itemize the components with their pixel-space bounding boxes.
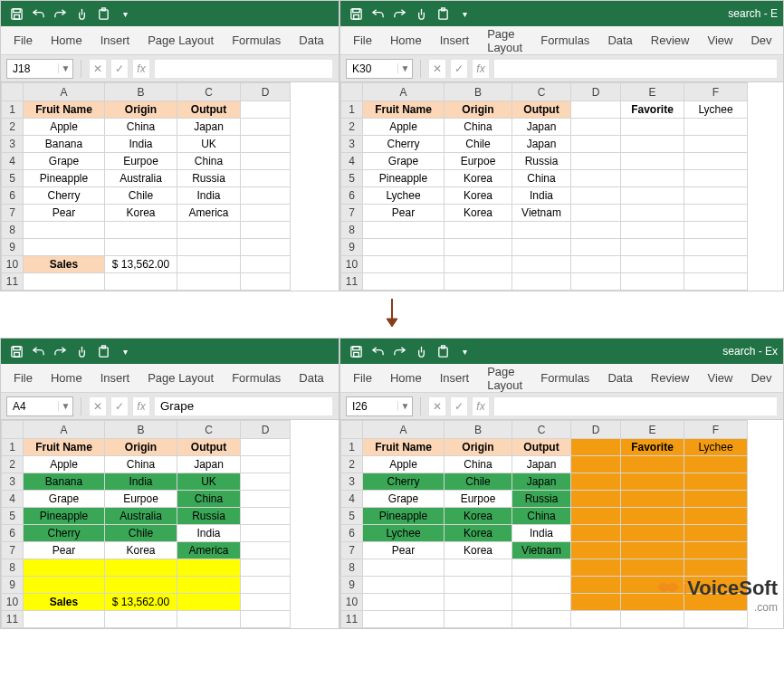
cell-B11[interactable] — [445, 611, 512, 628]
col-header-A[interactable]: A — [363, 421, 445, 439]
ribbon-tab-data[interactable]: Data — [598, 365, 641, 391]
cell-C10[interactable] — [512, 256, 571, 273]
ribbon-tab-insert[interactable]: Insert — [91, 365, 139, 391]
cell-B8[interactable] — [105, 559, 177, 577]
cell-B6[interactable]: Chile — [105, 525, 177, 542]
cell-B11[interactable] — [105, 611, 177, 628]
cell-C11[interactable] — [512, 273, 571, 291]
cell-C4[interactable]: Russia — [512, 491, 571, 508]
undo-icon[interactable] — [28, 4, 48, 24]
cell-B11[interactable] — [105, 273, 177, 291]
row-header-1[interactable]: 1 — [2, 101, 24, 119]
ribbon-tab-page-layout[interactable]: Page Layout — [478, 358, 531, 398]
cell-A6[interactable]: Cherry — [24, 187, 105, 205]
cell-A8[interactable] — [24, 222, 105, 239]
cell-C3[interactable]: Japan — [512, 473, 571, 491]
ribbon-tab-insert[interactable]: Insert — [431, 365, 479, 391]
paste-icon[interactable] — [93, 4, 113, 24]
qat-more-icon[interactable]: ▾ — [454, 4, 474, 24]
col-header-B[interactable]: B — [105, 83, 177, 101]
ribbon-tab-page-layout[interactable]: Page Layout — [139, 365, 223, 391]
cell-C10[interactable] — [177, 594, 241, 611]
cell-E8[interactable] — [621, 222, 684, 239]
cell-C8[interactable] — [177, 222, 241, 239]
cell-D6[interactable] — [571, 187, 621, 205]
col-header-C[interactable]: C — [512, 83, 571, 101]
row-header-11[interactable]: 11 — [341, 611, 363, 628]
cell-D3[interactable] — [571, 136, 621, 153]
row-header-1[interactable]: 1 — [341, 439, 363, 456]
cell-B4[interactable]: Eurpoe — [445, 153, 512, 170]
cell-A4[interactable]: Grape — [24, 491, 105, 508]
cell-D9[interactable] — [241, 577, 291, 594]
cell-A2[interactable]: Apple — [24, 119, 105, 136]
cell-D10[interactable] — [241, 256, 291, 273]
formula-input[interactable] — [493, 59, 778, 79]
select-all-corner[interactable] — [341, 421, 363, 439]
cell-D5[interactable] — [241, 508, 291, 525]
ribbon-tab-formulas[interactable]: Formulas — [531, 27, 598, 53]
cell-F1[interactable]: Lychee — [684, 101, 748, 119]
cell-B9[interactable] — [445, 239, 512, 256]
cell-A7[interactable]: Pear — [363, 205, 445, 222]
ribbon-tab-review[interactable]: Review — [642, 27, 699, 53]
touch-icon[interactable] — [411, 341, 431, 361]
name-box[interactable]: ▼ — [6, 396, 73, 416]
row-header-11[interactable]: 11 — [2, 273, 24, 291]
touch-icon[interactable] — [72, 4, 91, 24]
cell-E2[interactable] — [621, 119, 684, 136]
cell-A6[interactable]: Lychee — [363, 187, 445, 205]
cancel-icon[interactable]: ✕ — [428, 396, 446, 416]
cell-C11[interactable] — [177, 611, 241, 628]
ribbon-tab-view[interactable]: View — [698, 365, 741, 391]
ribbon-tab-insert[interactable]: Insert — [431, 27, 479, 53]
row-header-7[interactable]: 7 — [341, 205, 363, 222]
ribbon-tab-review[interactable]: Review — [642, 365, 699, 391]
name-box-input[interactable] — [347, 400, 397, 413]
cell-D2[interactable] — [241, 119, 291, 136]
row-header-7[interactable]: 7 — [2, 205, 24, 222]
cell-A5[interactable]: Pineapple — [363, 170, 445, 187]
cell-D11[interactable] — [571, 273, 621, 291]
cell-C6[interactable]: India — [177, 187, 241, 205]
cell-D3[interactable] — [241, 136, 291, 153]
col-header-E[interactable]: E — [621, 421, 684, 439]
cell-B8[interactable] — [445, 222, 512, 239]
row-header-8[interactable]: 8 — [2, 559, 24, 577]
undo-icon[interactable] — [368, 341, 387, 361]
col-header-E[interactable]: E — [621, 83, 684, 101]
cell-B2[interactable]: China — [105, 456, 177, 473]
col-header-A[interactable]: A — [24, 421, 105, 439]
cell-A9[interactable] — [363, 577, 445, 594]
cell-D1[interactable] — [241, 439, 291, 456]
cell-D8[interactable] — [241, 559, 291, 577]
ribbon-tab-data[interactable]: Data — [290, 27, 332, 53]
cell-D2[interactable] — [571, 456, 621, 473]
cell-F9[interactable] — [684, 239, 748, 256]
cell-B6[interactable]: Korea — [445, 187, 512, 205]
col-header-D[interactable]: D — [571, 421, 621, 439]
ribbon-tab-dev[interactable]: Dev — [741, 27, 780, 53]
cell-B1[interactable]: Origin — [445, 101, 512, 119]
cell-A10[interactable] — [363, 256, 445, 273]
cell-C2[interactable]: Japan — [512, 119, 571, 136]
cell-A10[interactable]: Sales — [24, 594, 105, 611]
col-header-C[interactable]: C — [512, 421, 571, 439]
row-header-6[interactable]: 6 — [2, 187, 24, 205]
cell-B1[interactable]: Origin — [105, 101, 177, 119]
cell-A8[interactable] — [363, 559, 445, 577]
name-box-dropdown-icon[interactable]: ▼ — [58, 63, 72, 73]
cell-A6[interactable]: Cherry — [24, 525, 105, 542]
cell-F4[interactable] — [684, 491, 748, 508]
name-box-dropdown-icon[interactable]: ▼ — [397, 401, 412, 411]
cell-D4[interactable] — [571, 491, 621, 508]
undo-icon[interactable] — [28, 341, 48, 361]
name-box[interactable]: ▼ — [346, 396, 413, 416]
row-header-8[interactable]: 8 — [341, 559, 363, 577]
cell-E1[interactable]: Favorite — [621, 439, 684, 456]
cancel-icon[interactable]: ✕ — [428, 59, 446, 79]
row-header-2[interactable]: 2 — [341, 456, 363, 473]
formula-input[interactable] — [154, 396, 333, 416]
worksheet[interactable]: ABCD1Fruit NameOriginOutput2AppleChinaJa… — [1, 82, 339, 291]
cell-B5[interactable]: Korea — [445, 170, 512, 187]
